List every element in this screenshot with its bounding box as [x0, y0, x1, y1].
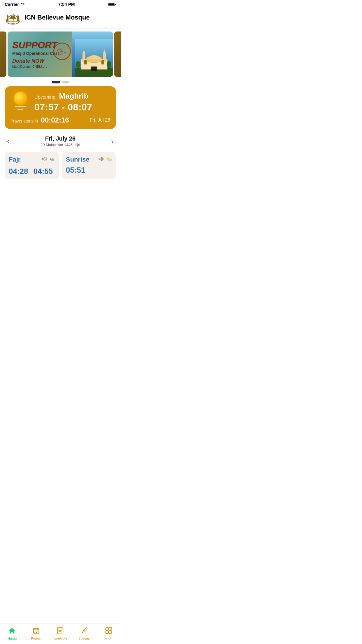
prayer-time-end: 08:07: [68, 102, 92, 112]
status-battery: [108, 2, 116, 6]
sunrise-time: 05:51: [66, 166, 85, 175]
svg-rect-6: [17, 16, 19, 21]
app-title: ICN Bellevue Mosque: [24, 14, 90, 21]
fajr-sound-icon[interactable]: [42, 157, 47, 163]
next-date-button[interactable]: ›: [109, 137, 116, 146]
dot-active[interactable]: [52, 81, 60, 83]
svg-point-0: [22, 5, 23, 5]
status-bar: Carrier 7:54 PM: [0, 0, 121, 8]
svg-rect-3: [108, 3, 115, 5]
svg-point-26: [51, 159, 53, 160]
svg-marker-24: [43, 157, 45, 161]
prayer-cell-sunrise: Sunrise: [62, 152, 116, 179]
svg-marker-31: [99, 157, 102, 161]
prayer-cell-fajr: Fajr: [5, 152, 59, 179]
mosque-logo: [5, 10, 21, 25]
svg-point-27: [53, 159, 54, 160]
fajr-times: 04:28 04:55: [9, 166, 55, 176]
svg-point-35: [110, 159, 112, 161]
app-header: ICN Bellevue Mosque: [0, 8, 121, 29]
date-navigation: ‹ Fri, July 26 20 Muharram 1446 Hijri ›: [0, 132, 121, 149]
sunrise-time-row: 05:51: [66, 166, 112, 175]
slider-dots: [0, 81, 121, 83]
svg-rect-23: [81, 59, 107, 69]
fajr-weather-icon: [49, 156, 55, 163]
svg-rect-2: [115, 4, 116, 5]
sunset-icon: [10, 92, 30, 110]
date-hijri: 20 Muharram 1446 Hijri: [41, 143, 80, 147]
sunrise-name: Sunrise: [66, 156, 89, 163]
banner-slider[interactable]: SUPPORT Masjid Operational Cost Donate N…: [0, 32, 121, 77]
prayer-name: Maghrib: [59, 92, 88, 100]
svg-rect-7: [12, 19, 14, 21]
date-display: Fri, July 26 20 Muharram 1446 Hijri: [41, 135, 80, 147]
slide-main[interactable]: SUPPORT Masjid Operational Cost Donate N…: [8, 32, 113, 77]
svg-rect-30: [53, 160, 54, 161]
svg-rect-5: [7, 16, 8, 21]
upcoming-label: Upcoming: [34, 94, 55, 99]
prayer-countdown: 00:02:16: [41, 116, 69, 124]
sunrise-icons: [99, 156, 112, 163]
prayer-time-start: 07:57: [34, 102, 59, 112]
wifi-icon: [20, 2, 25, 7]
carrier-text: Carrier: [5, 2, 19, 7]
prayer-times-grid: Fajr: [0, 149, 121, 179]
prev-date-button[interactable]: ‹: [5, 137, 12, 146]
prayer-starts-in: Prayer starts in 00:02:16: [10, 116, 69, 124]
svg-rect-28: [51, 160, 52, 161]
prayer-info: Upcoming Maghrib 07:57 - 08:07: [34, 92, 110, 113]
dot-inactive[interactable]: [62, 81, 69, 83]
fajr-name: Fajr: [9, 156, 20, 163]
slide-prev-hint: [0, 32, 6, 77]
slide-mosque-image: [72, 32, 113, 77]
prayer-time-range: 07:57 - 08:07: [34, 102, 110, 113]
slide-url: http://Donate.ICNBM.org: [12, 65, 68, 68]
status-time: 7:54 PM: [58, 2, 75, 7]
prayer-card: Upcoming Maghrib 07:57 - 08:07 Prayer st…: [5, 86, 116, 129]
svg-point-20: [76, 61, 80, 68]
fajr-divider: [31, 166, 31, 174]
svg-point-22: [107, 61, 111, 68]
status-carrier: Carrier: [5, 2, 25, 7]
fajr-icons: [42, 156, 55, 163]
fajr-adhan: 04:28: [9, 167, 28, 176]
sunrise-sound-icon[interactable]: [99, 157, 104, 163]
prayer-date: Fri, Jul 26: [90, 118, 110, 123]
slide-next-hint: [114, 32, 121, 77]
date-main: Fri, July 26: [41, 135, 80, 142]
sunrise-weather-icon: [106, 156, 112, 163]
fajr-iqama: 04:55: [34, 167, 53, 176]
svg-rect-29: [52, 160, 53, 161]
prayer-time-dash: -: [62, 102, 68, 112]
